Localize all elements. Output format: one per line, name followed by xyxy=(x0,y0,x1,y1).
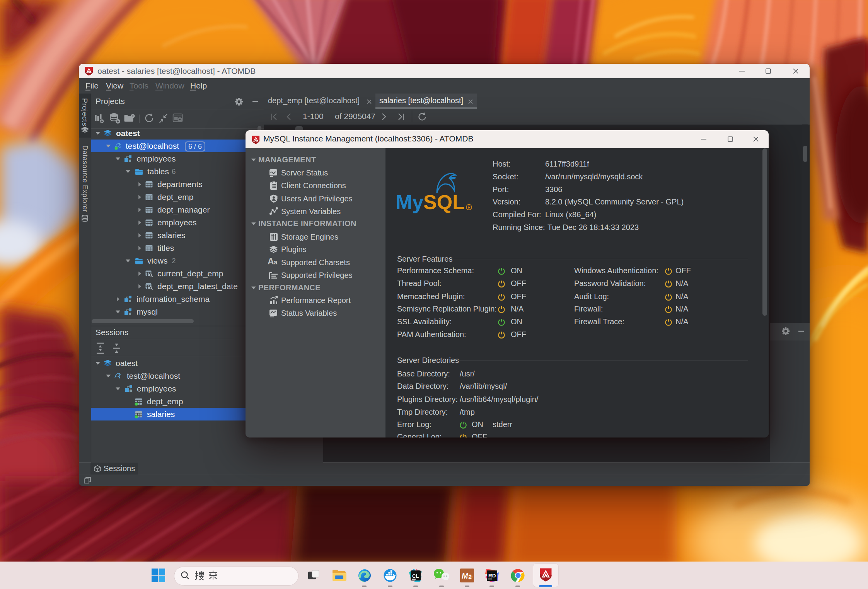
svg-text:CL: CL xyxy=(412,573,419,579)
svg-text:R: R xyxy=(468,205,471,209)
svg-text:RD: RD xyxy=(488,573,496,579)
svg-text:SQL: SQL xyxy=(423,191,465,213)
svg-text:My: My xyxy=(396,191,423,213)
svg-text:2: 2 xyxy=(469,574,472,580)
